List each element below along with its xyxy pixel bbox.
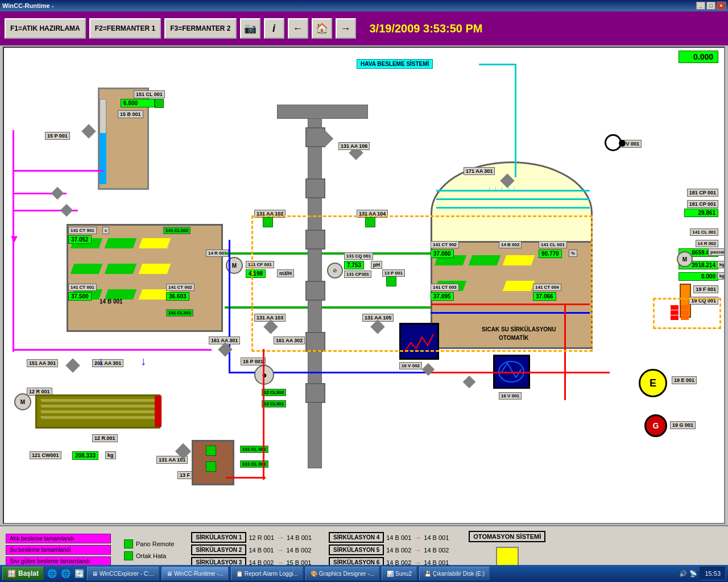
paddle-2 (105, 238, 137, 248)
start-icon: 🪟 (7, 569, 16, 577)
aeration-arrow: ↓ ↓ ↓ ↓ ↓ (487, 184, 516, 193)
motor-12r001[interactable]: M (14, 393, 31, 410)
taskbar-winccexplorer[interactable]: 🖥 WinCCExplorer - C:... (87, 567, 159, 580)
minimize-button[interactable]: _ (696, 2, 705, 10)
forward-icon[interactable]: → (336, 18, 356, 39)
start-label: Başlat (18, 569, 39, 577)
dashed-border-main (251, 215, 593, 352)
unit-kg-1: kg (717, 261, 725, 268)
maximize-button[interactable]: □ (706, 2, 715, 10)
conv-red-block (155, 396, 162, 427)
titlebar-title: WinCC-Runtime - (2, 2, 53, 9)
label-g: G (653, 421, 659, 430)
indicator-151cl001 (155, 99, 164, 108)
taskbar-reportalarm-label: Report Alarm Loggi... (245, 571, 298, 577)
start-button[interactable]: 🪟 Başlat (2, 567, 44, 580)
circ4-from: 14 B 001 (386, 534, 411, 541)
f3-button[interactable]: F3=FERMANTER 2 (164, 18, 236, 39)
scada-main: 0.000 HAVA BESLEME SİSTEMİ 151 CL 001 6.… (3, 47, 725, 524)
label-19e001: 19 E 001 (672, 376, 697, 384)
pipe-magenta-v1 (13, 130, 14, 244)
label-141ct901: 141 CT 901 (68, 227, 97, 234)
status-msg-1: Atık besleme tamamlandı (6, 534, 111, 543)
valve-3[interactable] (60, 204, 73, 217)
f1-button[interactable]: F1=ATIK HAZIRLAMA (5, 18, 86, 39)
label-12cl302: 12 CL302 (262, 389, 286, 396)
unit-pascal: pascal (708, 248, 725, 256)
back-icon[interactable]: ← (288, 18, 308, 39)
taskbar-sunu2-icon: 📊 (387, 571, 394, 577)
window-controls[interactable]: _ □ × (696, 2, 726, 10)
aeration-line-3 (436, 207, 590, 209)
quicklaunch-1[interactable]: 🌐 (46, 568, 57, 579)
circ2-arrow: → (276, 546, 284, 555)
label-19f001: 19 F 001 (693, 285, 718, 293)
label-141cl301: 141 CL301 (166, 309, 193, 317)
valve-lower-1[interactable] (422, 363, 435, 376)
indicator-19e001: E (639, 369, 667, 397)
paddle-5 (105, 264, 137, 274)
label-12r001b: 12 R.001 (92, 434, 118, 442)
value-29861: 29.861 (684, 209, 718, 217)
pano-section: Pano Remote Ortak Hata (124, 539, 174, 560)
arrow-blue-1: ↓ (98, 355, 104, 368)
label-c1: c (102, 227, 109, 234)
ind-pretreat-1 (206, 446, 216, 456)
indicator-19g001: G (644, 414, 667, 437)
automation-section: OTOMASYON SİSTEMİ (469, 531, 545, 569)
taskbar-reportalarm[interactable]: 📋 Report Alarm Loggi... (231, 567, 303, 580)
valve-1[interactable] (81, 124, 96, 138)
quicklaunch-3[interactable]: 🔄 (73, 568, 85, 579)
circ2-from: 14 B 001 (249, 547, 274, 554)
valve-151aa301[interactable] (65, 358, 80, 372)
taskbar-reportalarm-icon: 📋 (236, 571, 243, 577)
taskbar-graphicsdesigner[interactable]: 🎨 Graphics Designer -... (305, 567, 379, 580)
motor-14r002[interactable]: M (677, 251, 693, 267)
circ1-from: 12 R 001 (249, 534, 274, 541)
label-15p001: 15 P 001 (45, 132, 70, 140)
paddle-4 (71, 264, 103, 274)
label-141ct002: 141 CT 002 (166, 284, 195, 291)
info-icon[interactable]: i (264, 18, 284, 39)
pano-green-indicator (124, 539, 133, 548)
close-button[interactable]: × (717, 2, 726, 10)
label-141cl302: 141 CL302 (163, 227, 191, 234)
circ2-row: SİRKÜLASYON 2 14 B 001 → 14 B 002 (191, 544, 312, 555)
valve-lower-2[interactable] (463, 376, 476, 389)
value-37500: 37.500 (68, 292, 92, 301)
value-36603: 36.603 (166, 292, 189, 301)
pipe-magenta-h1 (13, 170, 104, 172)
value-0000: 0.000 (679, 272, 718, 281)
taskbar-disk-label: Çıkarılabilir Disk (E:) (433, 571, 485, 577)
label-14r002: 14 R 002 (696, 240, 718, 247)
label-12cl301: 12 CL301 (262, 400, 286, 408)
quicklaunch-2[interactable]: 🌐 (60, 568, 71, 579)
pipe-junction-2 (305, 178, 325, 198)
automation-label: OTOMASYON SİSTEMİ (469, 531, 545, 542)
value-37052: 37.052 (68, 235, 92, 244)
titlebar: WinCC-Runtime - _ □ × (0, 0, 728, 11)
paddle-3 (139, 238, 171, 248)
toolbar: F1=ATIK HAZIRLAMA F2=FERMANTER 1 F3=FERM… (0, 11, 728, 45)
label-171aa301: 171 AA 301 (464, 167, 495, 175)
ortak-hata-row: Ortak Hata (124, 551, 174, 560)
pipe-red-h2 (425, 372, 567, 373)
taskbar: 🪟 Başlat 🌐 🌐 🔄 🖥 WinCCExplorer - C:... 🖥… (0, 565, 728, 582)
taskbar-winccruntime-icon: 🖥 (167, 571, 172, 577)
label-19g001: 19 G 001 (670, 421, 696, 429)
taskbar-graphicsdesigner-label: Graphics Designer -... (319, 571, 374, 577)
pipe-cyan-v (515, 64, 516, 177)
taskbar-winccruntime[interactable]: 🖥 WinCC-Runtime -... (162, 567, 229, 580)
taskbar-sunu2[interactable]: 📊 Sunu2 (382, 567, 417, 580)
top-value-display: 0.000 (679, 51, 718, 63)
circ4-label: SİRKÜLASYON 4 (329, 532, 384, 543)
valve-2[interactable] (51, 187, 64, 200)
label-151aa301: 151 AA 301 (27, 359, 58, 367)
taskbar-disk[interactable]: 💾 Çıkarılabilir Disk (E:) (419, 567, 490, 580)
tray-icon-2: 📡 (689, 570, 697, 577)
camera-icon[interactable]: 📷 (240, 18, 260, 39)
f2-button[interactable]: F2=FERMANTER 1 (89, 18, 161, 39)
circ-4-6: SİRKÜLASYON 4 14 B 001 → 14 B 001 SİRKÜL… (329, 532, 449, 568)
circ5-row: SİRKÜLASYON 5 14 B 002 → 14 B 002 (329, 544, 449, 555)
home-icon[interactable]: 🏠 (312, 18, 332, 39)
